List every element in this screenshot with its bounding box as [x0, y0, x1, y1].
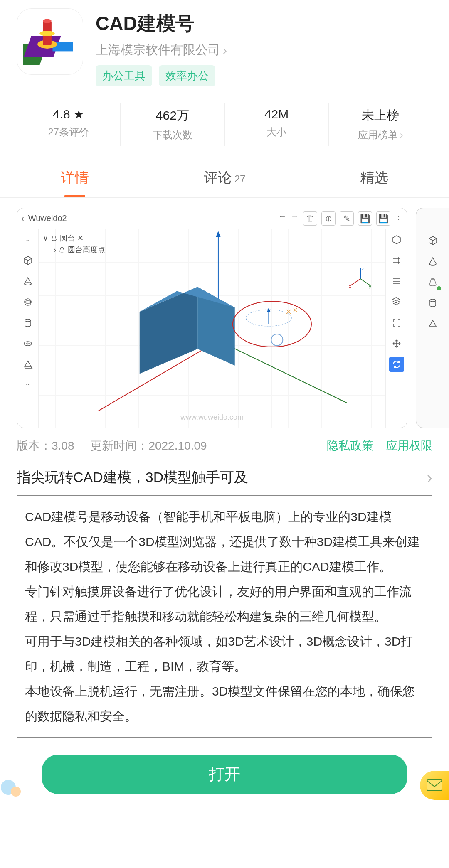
slogan-row[interactable]: 指尖玩转CAD建模，3D模型触手可及 ›: [0, 464, 449, 495]
mail-icon[interactable]: [420, 771, 449, 800]
svg-point-6: [39, 31, 54, 36]
prism-icon: [425, 316, 440, 331]
collapse-icon: ︿: [20, 232, 35, 247]
left-toolbar: ︿ ﹀: [17, 229, 39, 428]
fullscreen-icon: [389, 315, 404, 330]
svg-marker-14: [216, 231, 221, 237]
desc-p3: 可用于与3D建模相关的各种领域，如3D艺术设计，3D概念设计，3D打印，机械，制…: [25, 629, 424, 679]
chevron-right-icon: ›: [223, 43, 227, 57]
slogan-text: 指尖玩转CAD建模，3D模型触手可及: [17, 468, 248, 487]
list-icon: [389, 274, 404, 289]
cone-icon: [425, 254, 440, 269]
svg-marker-17: [140, 287, 197, 374]
desc-p2: 专门针对触摸屏设备进行了优化设计，友好的用户界面和直观的工作流程，只需通过手指触…: [25, 579, 424, 629]
corner-decoration-left: [0, 775, 25, 800]
tag-office-tool[interactable]: 办公工具: [96, 65, 152, 86]
prism-icon: [20, 357, 35, 372]
screenshot-1[interactable]: ‹ Wuweido2 ← → 🗑 ⊕ ✎ 💾 💾 ⋮ ︿: [17, 208, 407, 428]
rank-label: 应用榜单: [358, 128, 398, 142]
tab-featured[interactable]: 精选: [299, 158, 449, 197]
svg-line-16: [218, 341, 347, 403]
size-value: 42M: [225, 107, 328, 121]
description-box: CAD建模号是移动设备（智能手机和平板电脑）上的专业的3D建模CAD。不仅仅是一…: [17, 495, 432, 738]
cone-icon: [20, 274, 35, 289]
svg-point-9: [25, 301, 31, 303]
desc-p4: 本地设备上脱机运行，无需注册。3D模型文件保留在您的本地，确保您的数据隐私和安全…: [25, 679, 424, 729]
expand-icon: ﹀: [20, 378, 35, 393]
stat-rank[interactable]: 未上榜 应用榜单›: [328, 103, 432, 146]
save-as-icon: 💾: [376, 211, 390, 226]
watermark: www.wuweido.com: [180, 413, 244, 422]
svg-line-29: [360, 279, 370, 285]
save-icon: 💾: [358, 211, 372, 226]
screenshot-2[interactable]: [416, 208, 449, 428]
svg-point-32: [430, 299, 436, 302]
star-icon: ★: [74, 108, 84, 121]
privacy-link[interactable]: 隐私政策: [327, 438, 373, 454]
sphere-icon: [20, 295, 35, 310]
layers-icon: [389, 295, 404, 310]
grid-icon: [389, 253, 404, 268]
update-date: 2022.10.09: [148, 439, 207, 452]
cylinder-icon: [425, 295, 440, 310]
nav-forward-icon: →: [291, 211, 299, 226]
back-icon: ‹: [21, 214, 24, 223]
svg-text:z: z: [362, 266, 364, 272]
tab-reviews[interactable]: 评论27: [150, 158, 299, 197]
move-icon: [389, 336, 404, 351]
nav-back-icon: ←: [278, 211, 286, 226]
developer-link[interactable]: 上海模宗软件有限公司 ›: [96, 42, 227, 59]
right-toolbar: [385, 229, 407, 428]
svg-text:y: y: [369, 283, 371, 289]
permissions-link[interactable]: 应用权限: [386, 438, 432, 454]
file-name: Wuweido2: [28, 214, 67, 223]
canvas-3d: ∨圆台 ✕ ›圆台高度点: [39, 229, 385, 428]
svg-point-5: [43, 19, 52, 23]
svg-point-12: [27, 343, 29, 344]
more-icon: ⋮: [395, 211, 403, 226]
svg-point-11: [24, 342, 32, 346]
svg-line-27: [351, 279, 360, 285]
view-cube-icon: [389, 232, 404, 247]
cylinder-icon: [20, 315, 35, 330]
svg-point-10: [25, 319, 31, 322]
app-icon[interactable]: [17, 8, 83, 75]
tab-details[interactable]: 详情: [0, 158, 150, 197]
open-button[interactable]: 打开: [42, 755, 407, 794]
developer-name: 上海模宗软件有限公司: [96, 42, 220, 59]
edit-icon: ✎: [340, 211, 354, 226]
version-label: 版本：: [17, 439, 52, 452]
rank-value: 未上榜: [329, 107, 432, 124]
desc-p1: CAD建模号是移动设备（智能手机和平板电脑）上的专业的3D建模CAD。不仅仅是一…: [25, 504, 424, 579]
plus-icon: ⊕: [321, 211, 336, 226]
stat-size: 42M 大小: [224, 103, 328, 146]
reviews-count: 27: [234, 173, 246, 184]
rating-count: 27条评价: [48, 125, 89, 139]
svg-point-22: [271, 334, 283, 346]
stat-rating[interactable]: 4.8 ★ 27条评价: [17, 103, 120, 146]
torus-icon: [20, 336, 35, 351]
axis-gizmo: z x y: [348, 266, 373, 291]
screenshot-gallery[interactable]: ‹ Wuweido2 ← → 🗑 ⊕ ✎ 💾 💾 ⋮ ︿: [0, 198, 449, 438]
rotate-icon: [389, 357, 404, 372]
app-title: CAD建模号: [96, 11, 432, 37]
svg-text:x: x: [349, 283, 351, 289]
cube-icon: [20, 253, 35, 268]
svg-point-34: [11, 787, 21, 797]
downloads-label: 下载次数: [153, 128, 192, 142]
frustum-icon: [425, 275, 440, 290]
tab-reviews-label: 评论: [204, 170, 232, 185]
downloads-value: 462万: [121, 107, 224, 124]
stat-downloads: 462万 下载次数: [120, 103, 224, 146]
update-label: 更新时间：: [90, 439, 148, 452]
trash-icon: 🗑: [303, 211, 317, 226]
svg-point-20: [233, 301, 311, 347]
svg-rect-35: [427, 780, 442, 791]
rating-value: 4.8: [53, 107, 70, 121]
svg-point-7: [25, 283, 31, 285]
svg-point-8: [25, 299, 31, 305]
tag-productivity[interactable]: 效率办公: [159, 65, 215, 86]
size-label: 大小: [266, 125, 286, 139]
chevron-right-icon: ›: [427, 468, 432, 487]
chevron-right-icon: ›: [400, 129, 403, 141]
